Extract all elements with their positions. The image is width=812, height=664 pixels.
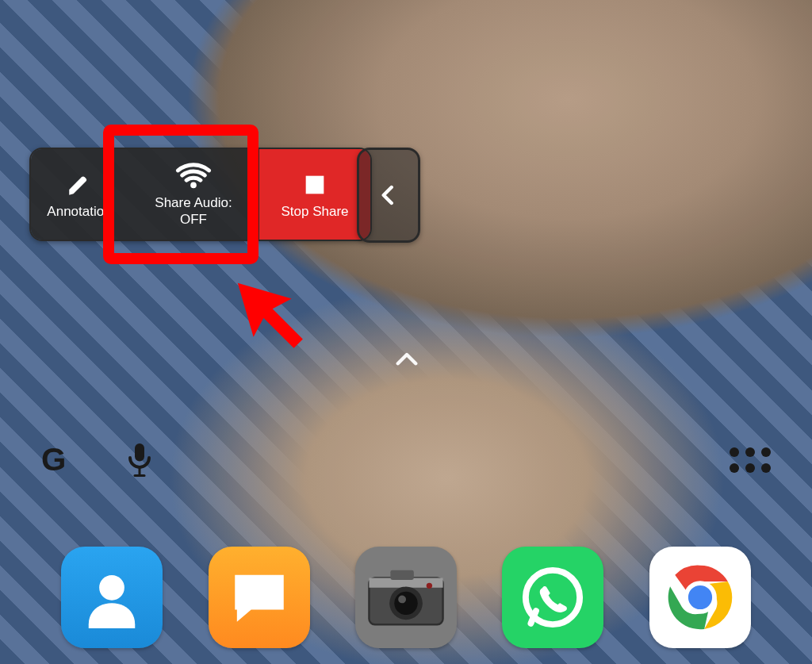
collapse-toolbar-button[interactable] <box>357 148 420 243</box>
annotation-label: Annotation <box>47 205 111 220</box>
svg-point-12 <box>398 596 406 604</box>
svg-rect-9 <box>390 570 413 580</box>
chrome-icon <box>664 561 737 634</box>
chevron-left-icon <box>377 177 400 213</box>
stop-share-button[interactable]: Stop Share <box>259 149 370 240</box>
chrome-app[interactable] <box>649 547 751 648</box>
share-audio-state: OFF <box>180 213 207 228</box>
svg-rect-5 <box>134 474 146 477</box>
apps-grid-icon[interactable] <box>730 447 771 473</box>
swipe-up-indicator[interactable] <box>395 351 419 367</box>
share-audio-button[interactable]: Share Audio: OFF <box>128 149 259 240</box>
svg-point-6 <box>99 575 124 601</box>
messages-icon <box>227 565 292 630</box>
share-audio-label: Share Audio: <box>155 196 232 211</box>
whatsapp-app[interactable] <box>502 547 603 648</box>
svg-rect-3 <box>135 443 144 462</box>
search-widget-row: G <box>41 436 771 484</box>
stop-icon <box>301 168 328 202</box>
google-g-icon[interactable]: G <box>41 443 76 478</box>
svg-point-13 <box>427 583 432 589</box>
camera-icon <box>367 566 445 628</box>
whatsapp-icon <box>519 564 586 631</box>
contacts-icon <box>81 566 143 628</box>
contacts-app[interactable] <box>61 547 163 648</box>
chevron-up-icon <box>395 351 419 367</box>
share-toolbar: Annotation Share Audio: OFF Stop Share <box>29 148 372 241</box>
annotation-button[interactable]: Annotation <box>31 149 128 240</box>
camera-app[interactable] <box>355 547 457 648</box>
wifi-icon <box>174 159 213 193</box>
dock <box>0 531 812 664</box>
svg-point-11 <box>394 592 417 615</box>
microphone-icon[interactable] <box>125 442 154 478</box>
pencil-icon <box>66 168 93 202</box>
messages-app[interactable] <box>209 547 310 648</box>
stop-share-label: Stop Share <box>281 205 348 220</box>
svg-rect-4 <box>139 467 141 474</box>
svg-text:G: G <box>41 443 66 478</box>
svg-rect-0 <box>306 175 324 194</box>
